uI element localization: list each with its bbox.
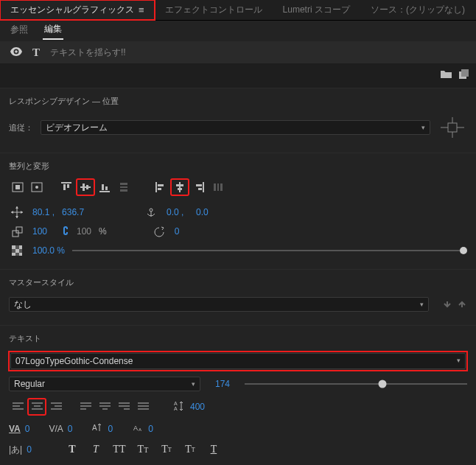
kerning-value[interactable]: 0 <box>68 424 73 434</box>
svg-rect-47 <box>19 253 22 256</box>
svg-rect-45 <box>19 245 22 249</box>
master-select[interactable]: なし ▾ <box>9 297 429 312</box>
tatechuyoko-value[interactable]: 0 <box>27 444 32 455</box>
link-icon[interactable] <box>62 225 69 238</box>
opacity-slider[interactable] <box>72 245 467 256</box>
kerning-icon: V/A <box>49 424 63 434</box>
rotation-value[interactable]: 0 <box>175 226 197 237</box>
push-up-icon[interactable] <box>457 299 467 310</box>
layer-row[interactable]: T テキストを揺らす!! <box>0 41 476 63</box>
panel-menu-icon[interactable]: ≡ <box>139 4 144 15</box>
text-align-left-icon[interactable] <box>9 399 27 415</box>
svg-rect-41 <box>16 227 22 233</box>
section-align-transform: 整列と変形 80.1 , 636.7 0.0 , 0.0 100 <box>0 153 476 269</box>
subscript-icon[interactable]: TT <box>182 442 198 457</box>
svg-rect-21 <box>120 183 127 185</box>
svg-rect-40 <box>13 231 18 237</box>
subtab-edit[interactable]: 編集 <box>43 23 63 40</box>
svg-rect-14 <box>67 184 69 188</box>
baseline-icon: A <box>92 422 104 435</box>
svg-rect-25 <box>158 184 164 186</box>
svg-point-38 <box>150 209 153 211</box>
tsume-value[interactable]: 0 <box>148 424 153 434</box>
scale-value[interactable]: 100 <box>32 226 55 237</box>
baseline-value[interactable]: 0 <box>108 424 113 434</box>
svg-point-11 <box>35 186 38 189</box>
leading-metric: AA 400 <box>174 401 205 413</box>
align-left-icon[interactable] <box>152 179 169 195</box>
chevron-down-icon: ▾ <box>192 380 195 388</box>
leading-icon: AA <box>174 401 186 413</box>
layer-name: テキストを揺らす!! <box>50 46 126 59</box>
anchor-x[interactable]: 0.0 , <box>167 207 189 217</box>
align-right-icon[interactable] <box>190 179 208 195</box>
pin-select[interactable]: ビデオフレーム ▾ <box>41 120 430 135</box>
text-layer-icon: T <box>32 46 40 59</box>
tatechuyoko-icon: |あ| <box>9 444 22 456</box>
pin-label: 追従： <box>9 122 33 133</box>
tracking-value[interactable]: 0 <box>25 424 30 434</box>
scale-icon <box>9 226 25 237</box>
leading-value[interactable]: 400 <box>190 402 205 412</box>
svg-text:A: A <box>174 401 178 406</box>
tab-effect-controls[interactable]: エフェクトコントロール <box>155 0 273 20</box>
font-style-select[interactable]: Regular ▾ <box>9 377 200 391</box>
svg-rect-43 <box>12 245 15 249</box>
tab-essential-graphics[interactable]: エッセンシャルグラフィックス ≡ <box>0 0 155 20</box>
text-title: テキスト <box>9 333 467 344</box>
chevron-down-icon: ▾ <box>457 357 461 364</box>
pin-target-icon[interactable] <box>438 114 467 141</box>
svg-rect-34 <box>217 183 219 191</box>
align-title: 整列と変形 <box>9 161 467 172</box>
svg-rect-23 <box>120 189 127 192</box>
tab-source[interactable]: ソース：(クリップなし) <box>360 0 475 20</box>
align-bottom-icon[interactable] <box>96 179 113 195</box>
distribute-h-icon[interactable] <box>209 179 227 195</box>
rotation-icon <box>151 226 167 237</box>
font-size-slider[interactable] <box>245 383 467 385</box>
visibility-icon[interactable] <box>10 47 22 58</box>
pos-y[interactable]: 636.7 <box>62 207 84 217</box>
align-frame-b-icon[interactable] <box>28 179 46 195</box>
svg-text:A: A <box>174 406 178 411</box>
svg-rect-20 <box>105 186 108 190</box>
font-size[interactable]: 174 <box>215 379 230 389</box>
align-vcenter-icon[interactable] <box>77 179 94 195</box>
svg-rect-22 <box>120 186 127 188</box>
svg-rect-32 <box>198 188 202 190</box>
text-align-right-icon[interactable] <box>47 399 65 415</box>
svg-rect-13 <box>63 184 66 190</box>
svg-rect-28 <box>176 184 183 186</box>
distribute-v-icon[interactable] <box>115 179 133 195</box>
bold-icon[interactable]: T <box>64 442 80 457</box>
svg-rect-3 <box>448 123 457 132</box>
allcaps-icon[interactable]: TT <box>111 442 127 457</box>
align-hcenter-icon[interactable] <box>171 179 189 195</box>
font-select[interactable]: 07LogoTypeGothic-Condense ▾ <box>10 353 466 369</box>
justify-last-center-icon[interactable] <box>96 399 113 415</box>
justify-last-right-icon[interactable] <box>115 399 133 415</box>
pos-x[interactable]: 80.1 , <box>32 207 55 217</box>
smallcaps-icon[interactable]: TT <box>135 442 151 457</box>
folder-icon[interactable] <box>441 69 452 81</box>
svg-rect-19 <box>102 184 104 190</box>
svg-rect-2 <box>461 69 469 77</box>
justify-all-icon[interactable] <box>134 399 152 415</box>
italic-icon[interactable]: T <box>88 442 104 457</box>
new-layer-icon[interactable] <box>459 69 469 81</box>
opacity-value[interactable]: 100.0 % <box>32 245 65 256</box>
align-top-icon[interactable] <box>57 179 75 195</box>
scale-y[interactable]: 100 <box>77 226 91 237</box>
text-align-center-icon[interactable] <box>28 399 46 415</box>
align-frame-a-icon[interactable] <box>9 179 27 195</box>
superscript-icon[interactable]: TT <box>158 442 175 457</box>
svg-rect-9 <box>15 185 20 189</box>
underline-icon[interactable]: T <box>206 442 222 457</box>
svg-rect-29 <box>178 188 182 190</box>
justify-last-left-icon[interactable] <box>77 399 94 415</box>
responsive-title: レスポンシブデザイン ― 位置 <box>9 96 467 107</box>
anchor-y[interactable]: 0.0 <box>196 207 218 217</box>
tab-lumetri-scopes[interactable]: Lumetri スコープ <box>273 0 360 20</box>
subtab-browse[interactable]: 参照 <box>9 24 29 39</box>
push-down-icon[interactable] <box>442 299 452 310</box>
